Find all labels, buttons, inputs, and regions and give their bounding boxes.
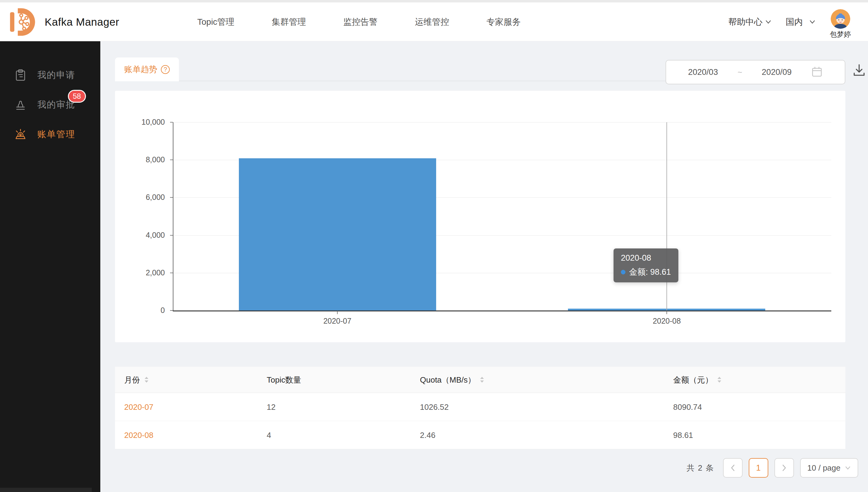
table-cell: 2.46	[420, 421, 436, 449]
page-1-button[interactable]: 1	[749, 458, 768, 477]
sidebar: 我的申请我的审批58账单管理	[0, 41, 100, 492]
chart-panel: 02,0004,0006,0008,00010,0002020-072020-0…	[115, 91, 845, 342]
total-count: 共 2 条	[687, 463, 714, 473]
y-axis-label: 10,000	[115, 118, 165, 126]
y-axis-line	[173, 122, 173, 311]
column-header-3[interactable]: Quota（MB/s）	[420, 367, 485, 393]
app-logo-icon	[9, 7, 38, 37]
y-axis-tick	[170, 273, 173, 273]
chevron-down-icon	[809, 20, 816, 24]
table-body: 2020-07121026.528090.742020-0842.4698.61	[115, 393, 845, 449]
tab-bill-trend-label: 账单趋势	[124, 64, 157, 75]
column-header-label: Quota（MB/s）	[420, 375, 476, 385]
chevron-left-icon	[730, 464, 736, 472]
billing-table: 月份Topic数量Quota（MB/s）金额（元） 2020-07121026.…	[115, 367, 845, 449]
bar-2020-07[interactable]	[239, 158, 436, 311]
y-axis-tick	[170, 159, 173, 160]
table-row: 2020-07121026.528090.74	[115, 393, 845, 421]
download-icon[interactable]	[852, 63, 867, 78]
kafka-manager-page: Kafka Manager Topic管理集群管理监控告警运维管控专家服务 帮助…	[0, 0, 868, 492]
date-end-input[interactable]: 2020/09	[762, 68, 792, 77]
clipboard-icon	[14, 69, 27, 81]
sort-icon	[717, 376, 722, 383]
stamp-icon	[14, 98, 27, 111]
tooltip-row: 金额: 98.61	[621, 267, 671, 277]
sidebar-item-label: 账单管理	[37, 128, 75, 141]
x-axis-label: 2020-08	[636, 317, 697, 325]
y-axis-tick	[170, 235, 173, 236]
column-header-label: 金额（元）	[673, 375, 713, 385]
avatar	[831, 9, 850, 29]
sidebar-item-1[interactable]: 我的申请	[0, 60, 100, 90]
y-axis-label: 6,000	[115, 193, 165, 202]
series-dot	[621, 270, 626, 274]
y-axis-tick	[170, 310, 173, 311]
x-axis-tick	[666, 311, 667, 314]
chevron-down-icon	[765, 20, 772, 24]
region-select[interactable]: 国内	[786, 16, 816, 28]
sidebar-bottom-strip	[0, 488, 92, 492]
date-range-separator: ~	[737, 68, 742, 77]
calendar-icon	[811, 66, 823, 78]
x-axis-label: 2020-07	[307, 317, 368, 325]
table-header: 月份Topic数量Quota（MB/s）金额（元）	[115, 367, 845, 393]
y-axis-tick	[170, 122, 173, 123]
y-axis-label: 2,000	[115, 268, 165, 277]
column-header-4[interactable]: 金额（元）	[673, 367, 722, 393]
nav-right: 帮助中心 国内	[728, 2, 851, 41]
chart-tooltip: 2020-08金额: 98.61	[613, 248, 678, 282]
brand[interactable]: Kafka Manager	[9, 2, 119, 41]
table-row: 2020-0842.4698.61	[115, 421, 845, 449]
alarm-icon	[14, 128, 27, 141]
sidebar-item-2[interactable]: 我的审批58	[0, 90, 100, 120]
nav-item-4[interactable]: 运维管控	[415, 16, 449, 28]
table-cell: 98.61	[673, 421, 693, 449]
help-center-menu[interactable]: 帮助中心	[728, 16, 772, 28]
prev-page-button[interactable]	[723, 458, 743, 477]
y-axis-tick	[170, 197, 173, 198]
sort-icon	[144, 376, 149, 383]
nav-item-3[interactable]: 监控告警	[343, 16, 377, 28]
x-axis-tick	[337, 311, 338, 314]
notification-badge: 58	[68, 90, 86, 103]
date-start-input[interactable]: 2020/03	[688, 68, 718, 77]
tooltip-title: 2020-08	[621, 253, 671, 263]
user-menu[interactable]: 包梦婷	[830, 9, 851, 39]
help-center-label: 帮助中心	[728, 16, 763, 28]
nav-item-5[interactable]: 专家服务	[486, 16, 520, 28]
user-name: 包梦婷	[830, 30, 851, 39]
table-cell: 12	[267, 393, 276, 421]
region-label: 国内	[786, 16, 803, 28]
window-top-strip	[0, 0, 868, 2]
page-size-select[interactable]: 10 / page	[800, 458, 858, 477]
chevron-right-icon	[781, 464, 787, 472]
sort-icon	[479, 376, 485, 383]
nav-item-2[interactable]: 集群管理	[272, 16, 306, 28]
y-axis-label: 0	[115, 306, 165, 315]
help-question-icon[interactable]: ?	[161, 65, 170, 74]
page-size-value: 10 / page	[807, 463, 841, 473]
table-cell: 4	[267, 421, 271, 449]
nav-item-1[interactable]: Topic管理	[197, 16, 234, 28]
navbar: Kafka Manager Topic管理集群管理监控告警运维管控专家服务 帮助…	[0, 2, 868, 41]
column-header-label: 月份	[124, 375, 140, 385]
date-range-picker[interactable]: 2020/03 ~ 2020/09	[665, 60, 845, 84]
column-header-2: Topic数量	[267, 367, 301, 393]
tooltip-text: 金额: 98.61	[629, 267, 671, 277]
tab-bill-trend[interactable]: 账单趋势 ?	[115, 57, 179, 81]
table-cell: 1026.52	[420, 393, 449, 421]
app-title: Kafka Manager	[45, 16, 119, 28]
table-cell: 8090.74	[673, 393, 702, 421]
sidebar-item-3[interactable]: 账单管理	[0, 120, 100, 149]
chart-gridline	[173, 122, 831, 123]
bar-chart: 02,0004,0006,0008,00010,0002020-072020-0…	[115, 91, 845, 342]
month-link[interactable]: 2020-07	[124, 393, 153, 421]
sidebar-menu: 我的申请我的审批58账单管理	[0, 41, 100, 149]
y-axis-label: 8,000	[115, 155, 165, 164]
column-header-1[interactable]: 月份	[124, 367, 149, 393]
y-axis-label: 4,000	[115, 231, 165, 240]
x-axis-line	[173, 311, 831, 312]
next-page-button[interactable]	[774, 458, 794, 477]
chevron-down-icon	[845, 466, 851, 470]
month-link[interactable]: 2020-08	[124, 421, 153, 449]
